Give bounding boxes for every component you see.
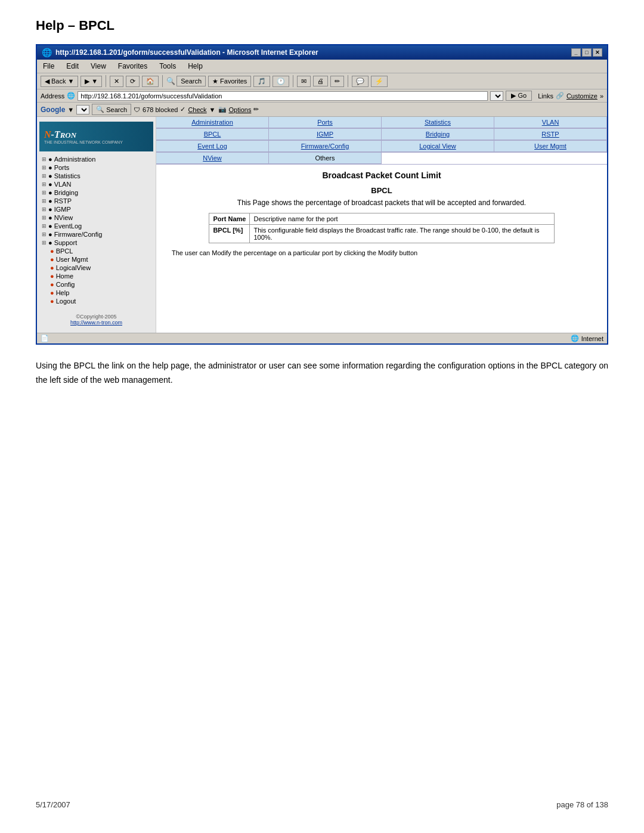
sidebar-link-vlan[interactable]: VLAN [54, 181, 72, 188]
sidebar-link-bridging[interactable]: Bridging [54, 189, 78, 196]
info-table: Port Name Descriptive name for the port … [209, 213, 554, 243]
toolbar-separator-3 [293, 75, 293, 87]
ntron-logo: N-TRON [44, 129, 76, 140]
edit-icon: ✏ [335, 78, 340, 85]
menu-tools[interactable]: Tools [157, 61, 178, 72]
mail-button[interactable]: ✉ [297, 76, 311, 87]
google-dropdown-icon[interactable]: ▼ [67, 106, 74, 113]
sidebar-link-administration[interactable]: Administration [54, 156, 96, 163]
edit-button[interactable]: ✏ [330, 76, 344, 87]
media-button[interactable]: 🎵 [253, 76, 270, 87]
sidebar-item-nview[interactable]: ⊞ ● NView [39, 213, 153, 222]
sidebar-sub-logout[interactable]: ● Logout [39, 297, 153, 305]
toolbar-separator-2 [162, 75, 163, 87]
sidebar-sub-bpcl[interactable]: ● BPCL [39, 247, 153, 255]
sidebar-sub-link-bpcl[interactable]: BPCL [56, 247, 73, 255]
go-button[interactable]: ▶ Go [506, 91, 532, 101]
sidebar-sub-link-config[interactable]: Config [56, 281, 75, 288]
pencil-icon: ✏ [253, 106, 259, 113]
favorites-button[interactable]: ★ Favorites [208, 76, 251, 87]
forward-dropdown-icon[interactable]: ▼ [91, 78, 98, 85]
nav-tab-eventlog[interactable]: Event Log [156, 141, 269, 152]
menu-help[interactable]: Help [185, 61, 205, 72]
sidebar-sub-usermgmt[interactable]: ● User Mgmt [39, 255, 153, 264]
website-text[interactable]: http://www.n-tron.com [42, 320, 151, 326]
minimize-button[interactable]: _ [571, 48, 581, 57]
sidebar-link-firmwareconfig[interactable]: Firmware/Config [54, 231, 103, 238]
sidebar-link-support[interactable]: Support [54, 239, 78, 246]
print-button[interactable]: 🖨 [313, 76, 328, 86]
sidebar-item-vlan[interactable]: ⊞ ● VLAN [39, 180, 153, 188]
menu-favorites[interactable]: Favorites [116, 61, 150, 72]
plus-icon-vlan: ⊞ [42, 181, 47, 187]
refresh-icon: ⟳ [130, 78, 135, 85]
close-button[interactable]: ✕ [593, 48, 602, 57]
sidebar-sub-link-help[interactable]: Help [56, 289, 70, 296]
sidebar-sub-link-usermgmt[interactable]: User Mgmt [56, 256, 88, 263]
sidebar-sub-logicalview[interactable]: ● LogicalView [39, 264, 153, 272]
sidebar-sub-help[interactable]: ● Help [39, 289, 153, 297]
nav-tab-nview[interactable]: NView [156, 153, 269, 164]
nav-tab-statistics[interactable]: Statistics [382, 117, 494, 128]
menu-edit[interactable]: Edit [64, 61, 81, 72]
browser-content: N-TRON THE INDUSTRIAL NETWORK COMPANY ⊞ … [37, 117, 607, 333]
nav-tab-logicalview[interactable]: Logical View [382, 141, 494, 152]
sidebar-link-nview[interactable]: NView [54, 214, 73, 221]
address-bar: Address 🌐 ▶ Go Links 🔗 Customize » [37, 89, 607, 103]
go-label: Go [518, 92, 527, 99]
sidebar-sub-link-logicalview[interactable]: LogicalView [56, 264, 91, 271]
back-button[interactable]: ◀ Back ▼ [41, 76, 78, 87]
sidebar-item-ports[interactable]: ⊞ ● Ports [39, 163, 153, 172]
nav-tab-vlan[interactable]: VLAN [494, 117, 607, 128]
sidebar-item-statistics[interactable]: ⊞ ● Statistics [39, 172, 153, 180]
sidebar-link-rstp[interactable]: RSTP [54, 197, 72, 205]
stop-button[interactable]: ✕ [110, 76, 123, 87]
address-input[interactable] [78, 91, 488, 101]
sidebar-item-support[interactable]: ⊞ ● Support [39, 239, 153, 247]
links-label: Links [538, 92, 553, 100]
menu-view[interactable]: View [88, 61, 109, 72]
sidebar-link-igmp[interactable]: IGMP [54, 206, 71, 213]
check-label[interactable]: Check [188, 106, 206, 113]
google-dropdown[interactable] [76, 105, 89, 114]
history-button[interactable]: 🕐 [273, 76, 289, 87]
nav-tab-rstp[interactable]: RSTP [494, 129, 607, 140]
sidebar-item-eventlog[interactable]: ⊞ ● EventLog [39, 222, 153, 230]
back-dropdown-icon[interactable]: ▼ [67, 78, 74, 85]
sidebar-sub-link-home[interactable]: Home [56, 272, 73, 280]
home-icon: 🏠 [146, 78, 154, 85]
options-label[interactable]: Options [229, 106, 252, 113]
refresh-button[interactable]: ⟳ [126, 76, 140, 87]
sidebar-sub-link-logout[interactable]: Logout [56, 298, 76, 305]
sidebar-item-administration[interactable]: ⊞ ● Administration [39, 155, 153, 163]
bullet-eventlog: ● [48, 222, 52, 230]
nav-tab-bpcl[interactable]: BPCL [156, 129, 269, 140]
nav-tab-firmwareconfig[interactable]: Firmware/Config [269, 141, 382, 152]
nav-tab-administration[interactable]: Administration [156, 117, 269, 128]
sidebar-item-rstp[interactable]: ⊞ ● RSTP [39, 197, 153, 205]
sidebar-item-bridging[interactable]: ⊞ ● Bridging [39, 188, 153, 197]
address-dropdown[interactable] [490, 91, 503, 101]
sidebar-link-statistics[interactable]: Statistics [54, 172, 80, 179]
menu-file[interactable]: File [41, 61, 57, 72]
sidebar-item-igmp[interactable]: ⊞ ● IGMP [39, 205, 153, 213]
messenger-button[interactable]: 💬 [352, 76, 369, 87]
home-button[interactable]: 🏠 [142, 76, 159, 87]
sidebar-link-ports[interactable]: Ports [54, 164, 70, 171]
sidebar-sub-config[interactable]: ● Config [39, 280, 153, 289]
google-search-label: Search [106, 106, 127, 113]
google-search-button[interactable]: 🔍 Search [92, 104, 131, 115]
extra-button[interactable]: ⚡ [371, 76, 388, 87]
search-button[interactable]: Search [177, 76, 206, 86]
forward-button[interactable]: ▶ ▼ [80, 76, 102, 87]
sidebar-item-firmwareconfig[interactable]: ⊞ ● Firmware/Config [39, 230, 153, 239]
nav-tab-bridging[interactable]: Bridging [382, 129, 494, 140]
nav-tab-igmp[interactable]: IGMP [269, 129, 382, 140]
customize-label[interactable]: Customize [566, 92, 597, 100]
sidebar-sub-home[interactable]: ● Home [39, 272, 153, 280]
nav-tab-ports[interactable]: Ports [269, 117, 382, 128]
check-dropdown-icon[interactable]: ▼ [209, 106, 216, 113]
nav-tab-usermgmt[interactable]: User Mgmt [494, 141, 607, 152]
maximize-button[interactable]: □ [582, 48, 592, 57]
sidebar-link-eventlog[interactable]: EventLog [54, 222, 82, 230]
